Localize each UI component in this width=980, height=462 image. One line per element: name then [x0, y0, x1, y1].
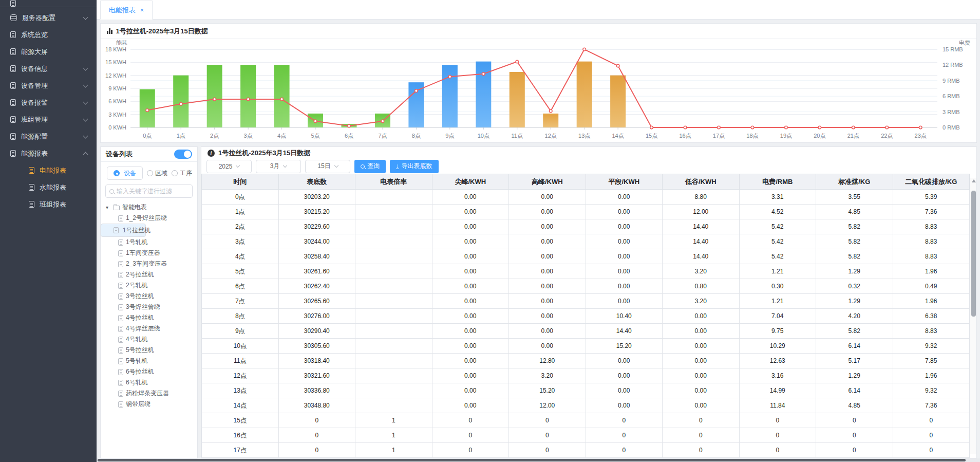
tree-item[interactable]: 4号轧机 — [101, 334, 197, 345]
sidebar-item[interactable]: 能源配置 — [0, 128, 97, 145]
tree-item[interactable]: 1号轧机 — [101, 237, 197, 248]
scroll-up-arrow-icon[interactable] — [972, 179, 976, 182]
day-select[interactable]: 15日 — [305, 160, 350, 173]
tree-item-label: 1_2号焊丝层绕 — [126, 214, 167, 223]
search-icon — [109, 189, 114, 194]
table-cell: 30262.40 — [278, 279, 355, 294]
table-cell: 2点 — [202, 219, 279, 234]
table-row[interactable]: 10点30305.600.000.0015.200.0010.296.149.3… — [202, 339, 970, 354]
sidebar-subitem[interactable]: 水能报表 — [0, 179, 97, 196]
svg-text:17点: 17点 — [713, 133, 725, 139]
meter-icon — [118, 293, 123, 300]
tree-item[interactable]: 6号拉丝机 — [101, 366, 197, 377]
table-row[interactable]: 14点30348.800.0012.000.000.0011.844.857.3… — [202, 398, 970, 413]
sidebar-item[interactable]: 能源报表 — [0, 145, 97, 162]
table-cell: 0.00 — [432, 324, 509, 339]
table-cell: 30336.80 — [278, 383, 355, 398]
tree-item[interactable]: 5号拉丝机 — [101, 345, 197, 356]
table-cell: 0.00 — [509, 339, 586, 354]
meter-icon — [118, 347, 123, 354]
sidebar-item[interactable]: 设备信息 — [0, 60, 97, 77]
device-search-input[interactable] — [117, 188, 189, 195]
tree-item[interactable]: 4号焊丝层绕 — [101, 323, 197, 334]
tree-root[interactable]: ▾智能电表 — [101, 202, 197, 213]
table-row[interactable]: 11点30318.400.0012.800.000.0012.635.177.8… — [202, 354, 970, 368]
table-cell: 0.00 — [663, 324, 740, 339]
sidebar-item[interactable]: 服务器配置 — [0, 9, 97, 26]
sidebar-subitem[interactable]: 班组报表 — [0, 196, 97, 213]
horizontal-scrollbar-thumb[interactable] — [98, 459, 966, 461]
table-row[interactable]: 2点30229.600.000.000.0014.405.425.828.83 — [202, 219, 970, 234]
radio-option[interactable]: 区域 — [147, 169, 167, 178]
table-row[interactable]: 0点30203.200.000.000.008.803.313.555.39 — [202, 190, 970, 205]
table-cell: 0 — [278, 413, 355, 428]
sidebar-item[interactable]: 班组管理 — [0, 111, 97, 128]
tree-item[interactable]: 2_3车间变压器 — [101, 258, 197, 269]
export-meter-button[interactable]: ↓ 导出表底数 — [390, 160, 439, 173]
tree-item[interactable]: 1号拉丝机 — [101, 224, 146, 237]
table-row[interactable]: 9点30290.400.000.0014.400.009.755.828.83 — [202, 324, 970, 339]
year-select[interactable]: 2025 — [206, 160, 252, 173]
radio-option[interactable]: 工序 — [172, 169, 192, 178]
document-icon — [10, 48, 16, 55]
table-cell: 30229.60 — [278, 219, 355, 234]
table-cell: 0 — [663, 413, 740, 428]
query-button[interactable]: 查询 — [354, 160, 386, 173]
tree-item[interactable]: 3号焊丝曾绕 — [101, 302, 197, 312]
table-row[interactable]: 7点30265.600.000.000.003.201.211.291.96 — [202, 294, 970, 309]
vertical-scrollbar-thumb[interactable] — [971, 191, 976, 317]
sidebar-subitem[interactable]: 电能报表 — [0, 162, 97, 179]
table-cell: 11.84 — [739, 398, 816, 413]
meter-icon — [118, 401, 123, 408]
meter-icon — [118, 283, 123, 289]
tab-label: 电能报表 — [109, 6, 136, 15]
table-cell: 0 — [663, 443, 740, 458]
tab-electric-report[interactable]: 电能报表 × — [100, 1, 153, 20]
tab-close-icon[interactable]: × — [140, 7, 144, 14]
table-row[interactable]: 1点30215.200.000.000.0012.004.524.857.36 — [202, 205, 970, 219]
column-header: 时间 — [202, 174, 279, 190]
sidebar-item[interactable]: 设备报警 — [0, 94, 97, 111]
radio-selected[interactable]: 设备 — [107, 167, 143, 180]
tree-item[interactable]: 4号拉丝机 — [101, 312, 197, 323]
table-row[interactable]: 17点010000000 — [202, 443, 970, 458]
sidebar-item[interactable]: 设备管理 — [0, 77, 97, 94]
sidebar-item[interactable]: 能源大屏 — [0, 43, 97, 60]
table-row[interactable]: 3点30244.000.000.000.0014.405.425.828.83 — [202, 234, 970, 249]
table-row[interactable]: 6点30262.400.000.000.000.800.300.320.49 — [202, 279, 970, 294]
table-cell: 0.00 — [586, 249, 663, 264]
chevron-down-icon — [83, 14, 88, 20]
sidebar-item[interactable]: 系统总览 — [0, 26, 97, 43]
tree-item[interactable]: 1_2号焊丝层绕 — [101, 213, 197, 224]
vertical-scrollbar[interactable] — [970, 178, 976, 454]
table-row[interactable]: 4点30258.400.000.000.0014.405.425.828.83 — [202, 249, 970, 264]
table-row[interactable]: 12点30321.600.003.200.000.003.161.291.96 — [202, 368, 970, 383]
tree-item[interactable]: 2号拉丝机 — [101, 269, 197, 280]
table-row[interactable]: 5点30261.600.000.000.003.201.211.291.96 — [202, 264, 970, 279]
tree-item[interactable]: 2号轧机 — [101, 280, 197, 291]
table-cell: 30258.40 — [278, 249, 355, 264]
report-table: 时间表底数电表倍率尖峰/KWH高峰/KWH平段/KWH低谷/KWH电费/RMB标… — [201, 174, 970, 458]
tree-item[interactable]: 1车间变压器 — [101, 248, 197, 258]
table-row[interactable]: 15点010000000 — [202, 413, 970, 428]
sidebar-partial-item[interactable] — [0, 0, 97, 7]
tree-item[interactable]: 6号轧机 — [101, 377, 197, 388]
month-select[interactable]: 3月 — [256, 160, 301, 173]
tree-item[interactable]: 钢带层绕 — [101, 399, 197, 410]
table-row[interactable]: 13点30336.800.0015.200.000.0014.996.149.3… — [202, 383, 970, 398]
tree-item-label: 1号轧机 — [126, 238, 148, 247]
horizontal-scrollbar[interactable] — [97, 458, 980, 462]
table-row[interactable]: 8点30276.000.000.0010.400.007.044.206.38 — [202, 309, 970, 324]
tree-item[interactable]: 3号拉丝机 — [101, 291, 197, 302]
table-row[interactable]: 16点010000000 — [202, 428, 970, 443]
document-icon — [10, 150, 16, 157]
device-list-toggle[interactable] — [174, 150, 192, 159]
table-title-row: i 1号拉丝机-2025年3月15日数据 — [201, 147, 976, 159]
download-icon: ↓ — [396, 163, 399, 169]
svg-text:16点: 16点 — [679, 133, 691, 139]
tree-item-label: 1车间变压器 — [126, 249, 160, 257]
tree-item[interactable]: 5号轧机 — [101, 356, 197, 366]
tree-item[interactable]: 药粉焊条变压器 — [101, 388, 197, 399]
table-cell: 0.30 — [739, 279, 816, 294]
tree-item-label: 3号焊丝曾绕 — [126, 303, 160, 311]
